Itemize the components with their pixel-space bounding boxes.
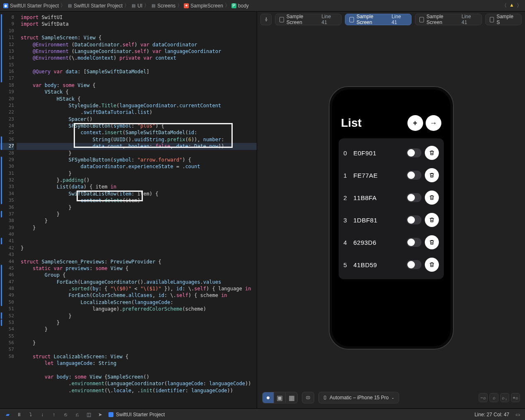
row-delete-button[interactable] <box>425 168 439 182</box>
row-id: 11B8FA <box>354 194 407 201</box>
selectable-mode-button[interactable]: ▣ <box>274 392 286 403</box>
list-row: 541BD59 <box>339 253 444 276</box>
device-selector[interactable]: Automatic – iPhone 15 Pro ⌄ <box>318 392 399 403</box>
pin-button[interactable] <box>260 14 272 25</box>
tab-line-number: Line 41 <box>392 14 407 25</box>
tab-label: Sample Screen <box>426 14 459 25</box>
row-toggle[interactable] <box>407 238 421 247</box>
row-delete-button[interactable] <box>425 191 439 205</box>
row-toggle[interactable] <box>407 148 421 157</box>
row-index: 4 <box>344 239 350 246</box>
app-title: List <box>341 116 405 130</box>
tab-device-icon <box>419 17 424 22</box>
device-label: Automatic – iPhone 15 Pro <box>330 395 389 401</box>
row-index: 1 <box>344 172 350 179</box>
row-toggle[interactable] <box>407 193 421 202</box>
preview-pane: Sample ScreenLine 41Sample ScreenLine 41… <box>257 12 525 408</box>
device-settings-icon <box>302 392 314 403</box>
row-index: 2 <box>344 194 350 201</box>
project-icon <box>108 412 113 417</box>
add-button[interactable]: + <box>407 115 423 131</box>
tab-label: Sample S <box>496 14 517 25</box>
list-row: 46293D6 <box>339 231 444 253</box>
row-index: 0 <box>344 150 350 157</box>
tab-label: Sample Screen <box>287 14 319 25</box>
debug-view-icon[interactable]: ⎋ <box>62 412 69 418</box>
svg-rect-0 <box>306 396 310 399</box>
row-index: 3 <box>344 217 350 224</box>
preview-controls: ● ▣ ▦ Automatic – iPhone 15 Pro ⌄ −⌕ ⌕ ⌕… <box>262 392 520 403</box>
breadcrumb-item[interactable]: ◆SwiftUI Starter Project <box>3 3 59 9</box>
live-mode-button[interactable]: ● <box>262 392 274 403</box>
activity-indicator-icon[interactable]: ▰ <box>4 412 11 418</box>
row-toggle[interactable] <box>407 215 421 224</box>
svg-rect-2 <box>324 396 326 399</box>
breadcrumb-item[interactable]: ▤SwiftUI Starter Project <box>67 3 123 9</box>
zoom-actual-button[interactable]: ⌕₁ <box>500 393 509 402</box>
main-split: 8910111213141516171819202122232425262728… <box>0 12 525 408</box>
preview-tab-bar: Sample ScreenLine 41Sample ScreenLine 41… <box>257 12 525 27</box>
preview-tab[interactable]: Sample ScreenLine 41 <box>275 14 342 25</box>
cursor-position: Line: 27 Col: 47 <box>474 412 509 418</box>
row-id: 41BD59 <box>354 261 407 268</box>
tab-label: Sample Screen <box>356 14 389 25</box>
list-row: 1FE77AE <box>339 164 444 186</box>
pause-icon[interactable]: ⏸ <box>16 412 22 418</box>
step-over-icon[interactable]: ⤵ <box>27 412 34 418</box>
row-delete-button[interactable] <box>425 235 439 249</box>
row-id: E0F901 <box>354 150 407 157</box>
tab-device-icon <box>490 17 494 22</box>
step-out-icon[interactable]: ↑ <box>51 412 57 418</box>
hierarchy-icon[interactable]: ◫ <box>85 412 92 418</box>
tab-line-number: Line 41 <box>462 14 477 25</box>
code-area[interactable]: import SwiftUIimport SwiftDatastruct Sam… <box>17 12 257 408</box>
status-bar: ▰ ⏸ ⤵ ↓ ↑ ⎋ ⎌ ◫ ➤ SwiftUI Starter Projec… <box>0 408 525 420</box>
warning-icon[interactable]: ▲ <box>509 2 514 9</box>
svg-point-1 <box>308 397 308 398</box>
tab-device-icon <box>349 17 354 22</box>
breadcrumb-item[interactable]: ▤Screens <box>151 3 176 9</box>
device-settings-button[interactable] <box>302 392 314 403</box>
list-row: 31DBF81 <box>339 209 444 231</box>
row-delete-button[interactable] <box>425 258 439 272</box>
phone-icon <box>323 395 327 401</box>
row-delete-button[interactable] <box>425 213 439 227</box>
row-id: 1DBF81 <box>354 217 407 224</box>
chevron-down-icon: ⌄ <box>391 396 395 400</box>
row-index: 5 <box>344 261 350 268</box>
source-editor[interactable]: 8910111213141516171819202122232425262728… <box>0 12 257 408</box>
zoom-fit-button[interactable]: ⌕ <box>489 393 499 402</box>
preview-canvas: List + → 0E0F9011FE77AE211B8FA31DBF81462… <box>257 27 525 408</box>
nav-back-icon[interactable]: 〈 <box>502 2 507 9</box>
preview-tab[interactable]: Sample S <box>485 14 522 25</box>
forward-button[interactable]: → <box>426 115 441 131</box>
zoom-in-button[interactable]: +⌕ <box>511 393 520 402</box>
row-id: FE77AE <box>354 172 407 179</box>
phone-device-frame: List + → 0E0F9011FE77AE211B8FA31DBF81462… <box>329 86 454 350</box>
preview-tab[interactable]: Sample ScreenLine 41 <box>345 14 412 25</box>
line-gutter: 8910111213141516171819202122232425262728… <box>0 12 17 408</box>
zoom-out-button[interactable]: −⌕ <box>479 393 488 402</box>
list-card: 0E0F9011FE77AE211B8FA31DBF8146293D6541BD… <box>339 138 444 279</box>
tab-device-icon <box>279 17 284 22</box>
row-toggle[interactable] <box>407 260 421 269</box>
canvas-mode-segment[interactable]: ● ▣ ▦ <box>262 392 298 403</box>
location-icon[interactable]: ➤ <box>97 412 104 418</box>
variants-mode-button[interactable]: ▦ <box>286 392 297 403</box>
memory-icon[interactable]: ⎌ <box>74 412 80 418</box>
row-id: 6293D6 <box>354 239 407 246</box>
breadcrumb-item[interactable]: Pbody <box>231 3 249 9</box>
zoom-controls: −⌕ ⌕ ⌕₁ +⌕ <box>479 393 520 402</box>
row-delete-button[interactable] <box>425 146 439 160</box>
nav-forward-icon[interactable]: 〉 <box>517 2 522 9</box>
preview-tab[interactable]: Sample ScreenLine 41 <box>415 14 482 25</box>
project-target[interactable]: SwiftUI Starter Project <box>108 412 165 418</box>
row-toggle[interactable] <box>407 171 421 180</box>
breadcrumb-item[interactable]: ✦SampleScreen <box>184 3 223 9</box>
panel-toggle-icon[interactable]: ▭ <box>514 412 521 418</box>
list-row: 0E0F901 <box>339 142 444 164</box>
step-in-icon[interactable]: ↓ <box>39 412 46 418</box>
tab-line-number: Line 41 <box>322 14 337 25</box>
app-header: List + → <box>334 115 449 131</box>
breadcrumb-item[interactable]: ▤UI <box>131 3 142 9</box>
